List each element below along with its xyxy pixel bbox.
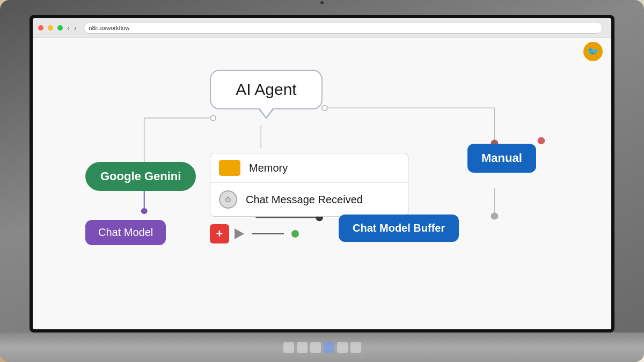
nav-back[interactable]: ‹ [67,24,70,32]
add-button[interactable]: + [210,224,229,243]
google-gemini-node[interactable]: Google Genini [85,162,196,191]
screen: ‹ › n8n.io/workflow 🐦 [33,18,611,329]
manual-node[interactable]: Manual [467,144,536,173]
avatar-icon: 🐦 [587,46,599,57]
taskbar-icon-5 [337,342,348,353]
chat-model-buffer-label: Chat Model Buffer [353,222,445,234]
url-text: n8n.io/workflow [89,25,129,31]
taskbar-icon-3 [310,342,321,353]
memory-icon [219,160,240,176]
laptop-frame: ‹ › n8n.io/workflow 🐦 [0,0,644,362]
chat-model-label: Chat Model [98,226,153,238]
memory-panel[interactable]: Memory ⊙ Chat Message Received [210,153,408,217]
laptop-bottom [0,333,644,362]
maximize-btn[interactable] [57,25,63,31]
svg-point-6 [322,106,327,110]
google-gemini-label: Google Genini [100,169,181,183]
taskbar-icon-4 [324,342,334,353]
taskbar-icons [283,342,361,353]
chat-message-label: Chat Message Received [246,194,363,206]
nav-forward[interactable]: › [74,24,77,32]
memory-label: Memory [249,162,288,174]
taskbar-icon-1 [283,342,294,353]
taskbar-icon-6 [350,342,361,353]
svg-point-11 [141,208,148,214]
minimize-btn[interactable] [48,25,53,31]
taskbar-icon-2 [297,342,308,353]
ai-agent-box: AI Agent [210,70,323,109]
svg-point-13 [491,212,498,219]
screen-bezel: ‹ › n8n.io/workflow 🐦 [30,15,614,333]
green-dot [291,230,299,238]
chat-model-node[interactable]: Chat Model [85,220,166,245]
chat-message-row[interactable]: ⊙ Chat Message Received [210,183,408,216]
ai-agent-label: AI Agent [236,80,296,98]
webcam [320,1,324,4]
close-btn[interactable] [38,25,43,31]
user-avatar[interactable]: 🐦 [583,42,603,61]
browser-bar: ‹ › n8n.io/workflow [33,18,611,38]
bubble-tail [259,109,274,119]
memory-row[interactable]: Memory [210,153,408,183]
ai-agent-node[interactable]: AI Agent [210,70,323,119]
connector-line [252,233,284,234]
address-bar[interactable]: n8n.io/workflow [84,22,603,34]
chat-message-icon: ⊙ [219,190,237,209]
canvas-area[interactable]: 🐦 [33,38,611,329]
play-button[interactable] [235,228,244,239]
manual-label: Manual [481,151,522,165]
chat-model-buffer-node[interactable]: Chat Model Buffer [339,215,459,242]
svg-point-8 [538,137,545,144]
